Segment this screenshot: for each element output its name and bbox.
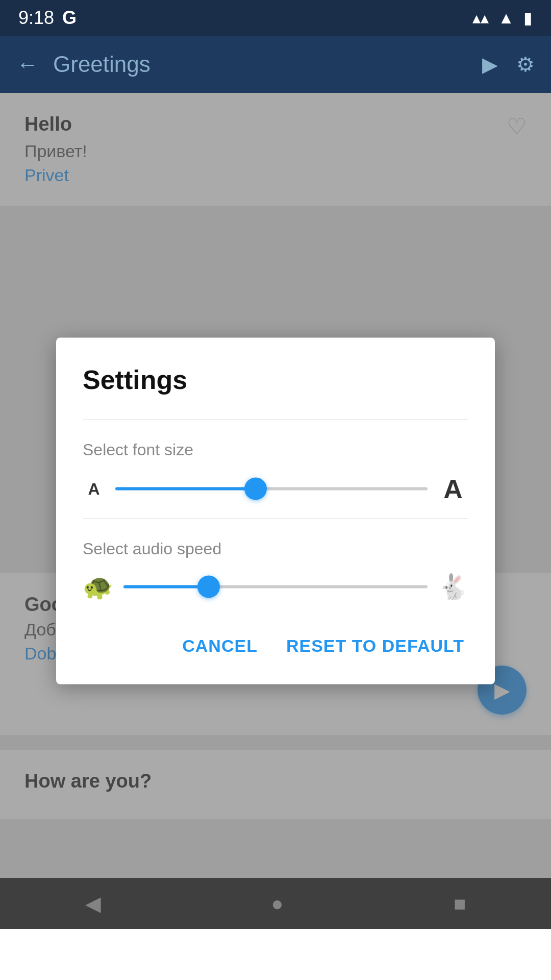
font-size-row: A A bbox=[83, 474, 468, 504]
toolbar-title: Greetings bbox=[53, 52, 468, 77]
gear-icon[interactable]: ⚙ bbox=[516, 53, 535, 76]
signal-icon: ▲ bbox=[498, 9, 514, 28]
status-time: 9:18 bbox=[18, 7, 54, 29]
play-icon[interactable]: ▶ bbox=[482, 53, 498, 76]
audio-speed-slider-container bbox=[123, 575, 428, 599]
status-icons: ▴▴ ▲ ▮ bbox=[472, 8, 533, 28]
battery-icon: ▮ bbox=[523, 8, 533, 28]
rabbit-icon: 🐇 bbox=[438, 573, 468, 601]
back-button[interactable]: ← bbox=[16, 52, 39, 77]
settings-dialog: Settings Select font size A A Select aud… bbox=[56, 338, 495, 684]
cancel-button[interactable]: CANCEL bbox=[178, 628, 262, 664]
dialog-actions: CANCEL RESET TO DEFAULT bbox=[83, 622, 468, 664]
dialog-title: Settings bbox=[83, 364, 468, 395]
audio-speed-label: Select audio speed bbox=[83, 540, 468, 558]
turtle-icon: 🐢 bbox=[83, 573, 113, 601]
dialog-divider-mid bbox=[83, 519, 468, 519]
carrier-icon: G bbox=[62, 7, 77, 29]
font-small-icon: A bbox=[83, 479, 105, 498]
font-size-slider-container bbox=[115, 477, 428, 501]
wifi-icon: ▴▴ bbox=[472, 8, 489, 28]
font-large-icon: A bbox=[438, 474, 468, 504]
audio-speed-row: 🐢 🐇 bbox=[83, 573, 468, 601]
dialog-divider-top bbox=[83, 420, 468, 420]
reset-to-default-button[interactable]: RESET TO DEFAULT bbox=[282, 628, 468, 664]
toolbar: ← Greetings ▶ ⚙ bbox=[0, 36, 551, 93]
font-size-label: Select font size bbox=[83, 440, 468, 459]
status-bar: 9:18 G ▴▴ ▲ ▮ bbox=[0, 0, 551, 36]
toolbar-action-icons: ▶ ⚙ bbox=[482, 53, 535, 76]
